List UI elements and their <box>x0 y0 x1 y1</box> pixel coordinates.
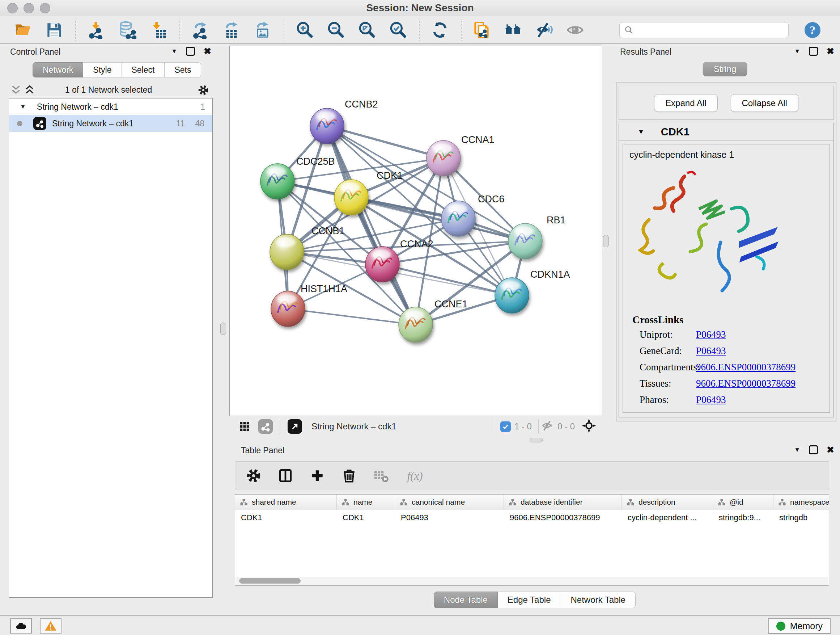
section-collapse-icon[interactable]: ▼ <box>638 128 644 136</box>
compartments-link[interactable]: 9606.ENSP00000378699 <box>696 362 796 373</box>
window-minimize-icon[interactable] <box>24 3 34 13</box>
collapse-all-button[interactable]: Collapse All <box>731 94 798 112</box>
window-zoom-icon[interactable] <box>40 3 50 13</box>
column-header-shared-name[interactable]: shared name <box>235 494 337 510</box>
cloud-status-button[interactable] <box>10 618 32 633</box>
cell-name[interactable]: CDK1 <box>337 513 395 523</box>
show-all-button[interactable] <box>565 20 585 40</box>
network-node-CCNB2[interactable] <box>310 108 344 144</box>
expand-all-button[interactable]: Expand All <box>654 94 717 112</box>
tissues-link[interactable]: 9606.ENSP00000378699 <box>696 378 796 389</box>
table-horizontal-scrollbar[interactable] <box>235 577 829 585</box>
node-section-header[interactable]: ▼ CDK1 <box>619 123 834 141</box>
panel-float-icon[interactable]: ▼ <box>794 447 800 454</box>
tab-edge-table[interactable]: Edge Table <box>498 592 561 608</box>
refresh-view-button[interactable] <box>430 20 450 40</box>
network-row-selected[interactable]: String Network – cdk1 11 48 <box>9 115 212 132</box>
warnings-button[interactable] <box>40 618 62 633</box>
tree-expand-icon[interactable]: ▼ <box>20 103 26 111</box>
network-node-CDK1[interactable] <box>334 180 368 215</box>
panel-close-icon[interactable]: ✖ <box>204 47 211 56</box>
export-table-button[interactable] <box>221 20 242 40</box>
splitter-handle[interactable] <box>220 323 226 335</box>
network-node-CCNB1[interactable] <box>270 234 304 270</box>
hidden-eye-icon[interactable] <box>542 420 554 433</box>
zoom-in-button[interactable] <box>294 20 315 40</box>
table-panel-splitter[interactable] <box>229 437 840 442</box>
help-button[interactable]: ? <box>804 21 821 39</box>
cell-database-identifier[interactable]: 9606.ENSP00000378699 <box>504 513 622 523</box>
network-node-CDC6[interactable] <box>441 201 475 236</box>
add-column-icon[interactable] <box>309 467 325 484</box>
network-node-CCNE1[interactable] <box>399 307 433 342</box>
network-edge-CCNA2-CDKN1A[interactable] <box>382 264 512 295</box>
tab-style[interactable]: Style <box>83 62 122 78</box>
clone-network-button[interactable] <box>472 20 492 40</box>
tab-node-table[interactable]: Node Table <box>434 592 498 608</box>
cell-id[interactable]: stringdb:9... <box>713 513 774 523</box>
network-collection-row[interactable]: ▼ String Network – cdk1 1 <box>9 98 212 115</box>
network-node-CCNA1[interactable] <box>426 141 461 176</box>
column-header-id[interactable]: @id <box>713 494 774 510</box>
column-header-canonical-name[interactable]: canonical name <box>395 494 504 510</box>
birds-eye-grid-icon[interactable] <box>237 419 252 434</box>
cell-canonical-name[interactable]: P06493 <box>395 513 504 523</box>
window-close-icon[interactable] <box>7 3 18 13</box>
export-image-button[interactable] <box>253 20 273 40</box>
column-header-database-identifier[interactable]: database identifier <box>504 494 622 510</box>
network-node-CCNA2[interactable] <box>365 247 399 282</box>
crosshair-icon[interactable] <box>581 418 597 435</box>
hide-selected-button[interactable] <box>534 20 554 40</box>
first-neighbors-button[interactable] <box>503 20 523 40</box>
selected-checkbox-icon[interactable] <box>500 421 511 432</box>
cell-shared-name[interactable]: CDK1 <box>235 513 337 523</box>
tab-sets[interactable]: Sets <box>164 62 201 78</box>
pharos-link[interactable]: P06493 <box>696 394 726 405</box>
open-external-icon[interactable] <box>287 419 302 434</box>
splitter-handle[interactable] <box>603 235 609 247</box>
network-canvas[interactable]: CCNB2CCNA1CDC25BCDK1CDC6RB1CCNB1CCNA2CDK… <box>229 46 602 416</box>
network-node-CDC25B[interactable] <box>261 164 294 199</box>
tab-network-table[interactable]: Network Table <box>561 592 636 608</box>
panel-close-icon[interactable]: ✖ <box>827 47 834 56</box>
open-session-button[interactable] <box>13 20 33 40</box>
panel-float-icon[interactable]: ▼ <box>171 48 177 55</box>
import-network-file-button[interactable] <box>86 20 106 40</box>
network-options-gear-icon[interactable] <box>197 84 209 96</box>
table-options-gear-icon[interactable] <box>245 467 262 484</box>
scrollbar-thumb[interactable] <box>239 578 301 584</box>
export-network-button[interactable] <box>190 20 210 40</box>
import-table-file-button[interactable] <box>148 20 169 40</box>
import-network-database-button[interactable] <box>117 20 137 40</box>
tab-string-results[interactable]: String <box>703 62 747 76</box>
panel-float-icon[interactable]: ▼ <box>794 48 800 55</box>
table-row[interactable]: CDK1 CDK1 P06493 9606.ENSP00000378699 cy… <box>235 510 829 525</box>
panel-close-icon[interactable]: ✖ <box>827 445 834 454</box>
control-panel-splitter[interactable] <box>217 44 229 616</box>
memory-button[interactable]: Memory <box>768 618 831 634</box>
cell-namespace[interactable]: stringdb <box>774 513 829 523</box>
network-node-HIST1H1A[interactable] <box>271 291 305 326</box>
panel-maximize-icon[interactable] <box>809 47 818 56</box>
network-node-RB1[interactable] <box>508 223 542 259</box>
string-share-icon[interactable] <box>258 419 273 434</box>
network-node-CDKN1A[interactable] <box>495 278 529 313</box>
column-header-name[interactable]: name <box>337 494 395 510</box>
zoom-selected-button[interactable] <box>388 20 408 40</box>
column-header-namespace[interactable]: namespace <box>774 494 829 510</box>
zoom-fit-button[interactable] <box>357 20 377 40</box>
delete-column-trash-icon[interactable] <box>341 467 357 484</box>
network-edge-HIST1H1A-CCNE1[interactable] <box>288 309 416 325</box>
uniprot-link[interactable]: P06493 <box>696 329 726 340</box>
cell-description[interactable]: cyclin-dependent ... <box>622 513 713 523</box>
column-header-description[interactable]: description <box>622 494 713 510</box>
genecard-link[interactable]: P06493 <box>696 345 726 356</box>
show-columns-icon[interactable] <box>277 467 294 484</box>
panel-maximize-icon[interactable] <box>809 445 818 454</box>
zoom-out-button[interactable] <box>325 20 346 40</box>
splitter-handle[interactable] <box>530 438 543 442</box>
tab-select[interactable]: Select <box>122 62 165 78</box>
panel-maximize-icon[interactable] <box>186 47 195 56</box>
results-panel-splitter[interactable] <box>602 44 610 437</box>
save-session-button[interactable] <box>44 20 65 40</box>
